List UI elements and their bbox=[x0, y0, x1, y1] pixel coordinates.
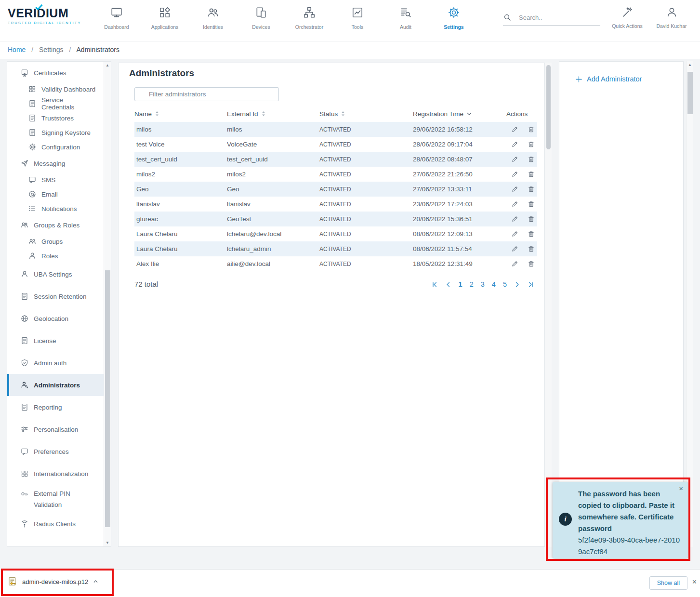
sidebar-item-radius-clients[interactable]: Radius Clients bbox=[7, 513, 104, 535]
nav-item-identities[interactable]: Identities bbox=[189, 0, 237, 41]
nav-item-devices[interactable]: Devices bbox=[237, 0, 285, 41]
sidebar-item-license[interactable]: License bbox=[7, 330, 104, 352]
sidebar-item-uba-settings[interactable]: UBA Settings bbox=[7, 263, 104, 285]
sidebar-item-geolocation[interactable]: Geolocation bbox=[7, 307, 104, 330]
breadcrumb-settings[interactable]: Settings bbox=[39, 46, 64, 53]
table-row[interactable]: Geo Geo ACTIVATED 27/06/2022 13:33:11 bbox=[134, 182, 537, 197]
sidebar-scrollbar[interactable]: ▲ ▼ bbox=[104, 62, 111, 546]
edit-icon[interactable] bbox=[511, 260, 518, 267]
page-number-5[interactable]: 5 bbox=[503, 281, 507, 288]
sidebar-item-groups[interactable]: Groups bbox=[7, 234, 104, 249]
nav-item-orchestrator[interactable]: Orchestrator bbox=[285, 0, 333, 41]
nav-item-audit[interactable]: Audit bbox=[382, 0, 430, 41]
delete-icon[interactable] bbox=[528, 186, 535, 193]
sidebar-item-signing-keystore[interactable]: Signing Keystore bbox=[7, 125, 104, 140]
quick-actions-button[interactable]: Quick Actions bbox=[605, 6, 649, 29]
sidebar-item-personalisation[interactable]: Personalisation bbox=[7, 418, 104, 440]
nav-item-settings[interactable]: Settings bbox=[430, 0, 478, 41]
delete-icon[interactable] bbox=[528, 171, 535, 178]
window-scrollbar[interactable]: ▲ bbox=[686, 61, 693, 547]
nav-item-dashboard[interactable]: Dashboard bbox=[92, 0, 141, 41]
search-icon[interactable] bbox=[503, 13, 512, 22]
scrollbar-thumb[interactable] bbox=[105, 270, 110, 527]
page-number-4[interactable]: 4 bbox=[492, 281, 496, 288]
sidebar-item-session-retention[interactable]: Session Retention bbox=[7, 285, 104, 307]
column-header-name[interactable]: Name bbox=[134, 110, 227, 118]
nav-item-applications[interactable]: Applications bbox=[141, 0, 189, 41]
filter-administrators-input[interactable] bbox=[134, 87, 279, 101]
table-row[interactable]: Laura Chelaru lchelaru_admin ACTIVATED 0… bbox=[134, 241, 537, 256]
edit-icon[interactable] bbox=[511, 171, 518, 178]
show-all-downloads-button[interactable]: Show all bbox=[649, 576, 687, 590]
veridium-logo[interactable]: VERIDIUM TRUSTED DIGITAL IDENTITY bbox=[8, 7, 81, 25]
sidebar-item-reporting[interactable]: Reporting bbox=[7, 396, 104, 418]
table-row[interactable]: milos2 milos2 ACTIVATED 27/06/2022 21:26… bbox=[134, 167, 537, 182]
page-number-3[interactable]: 3 bbox=[481, 281, 485, 288]
edit-icon[interactable] bbox=[511, 245, 518, 252]
chevron-up-icon[interactable] bbox=[93, 578, 98, 585]
next-page-icon[interactable] bbox=[514, 281, 520, 288]
sidebar-item-email[interactable]: Email bbox=[7, 187, 104, 201]
search-input[interactable] bbox=[518, 13, 595, 22]
sidebar-item-notifications[interactable]: Notifications bbox=[7, 201, 104, 216]
sidebar-item-messaging[interactable]: Messaging bbox=[7, 154, 104, 172]
scrollbar-thumb[interactable] bbox=[687, 72, 693, 114]
sidebar-item-preferences[interactable]: Preferences bbox=[7, 440, 104, 463]
table-row[interactable]: ltanislav ltanislav ACTIVATED 23/06/2022… bbox=[134, 197, 537, 212]
previous-page-icon[interactable] bbox=[445, 281, 451, 288]
table-row[interactable]: Alex Ilie ailie@dev.local ACTIVATED 18/0… bbox=[134, 256, 537, 271]
column-header-registration-time[interactable]: Registration Time bbox=[413, 110, 506, 118]
close-shelf-icon[interactable]: × bbox=[692, 578, 697, 586]
sidebar-item-groups-roles[interactable]: Groups & Roles bbox=[7, 216, 104, 234]
nav-item-tools[interactable]: Tools bbox=[333, 0, 382, 41]
delete-icon[interactable] bbox=[528, 215, 535, 223]
edit-icon[interactable] bbox=[511, 215, 518, 223]
sidebar-item-validity-dashboard[interactable]: Validity Dashboard bbox=[7, 82, 104, 96]
sidebar-item-administrators[interactable]: Administrators bbox=[7, 374, 104, 396]
scroll-up-icon[interactable]: ▲ bbox=[104, 63, 111, 67]
delete-icon[interactable] bbox=[528, 230, 535, 238]
delete-icon[interactable] bbox=[528, 141, 535, 148]
breadcrumb-home[interactable]: Home bbox=[8, 46, 26, 53]
downloaded-file-chip[interactable]: admin-device-milos.p12 bbox=[8, 577, 98, 586]
page-number-2[interactable]: 2 bbox=[470, 281, 474, 288]
close-icon[interactable]: × bbox=[679, 484, 683, 492]
delete-icon[interactable] bbox=[528, 200, 535, 208]
scroll-up-icon[interactable]: ▲ bbox=[687, 63, 693, 67]
table-row[interactable]: test_cert_uuid test_cert_uuid ACTIVATED … bbox=[134, 152, 537, 167]
add-administrator-button[interactable]: Add Administrator bbox=[575, 75, 642, 83]
table-row[interactable]: gtureac GeoTest ACTIVATED 20/06/2022 15:… bbox=[134, 212, 537, 226]
edit-icon[interactable] bbox=[511, 141, 518, 148]
scroll-down-icon[interactable]: ▼ bbox=[104, 541, 111, 545]
table-row[interactable]: test Voice VoiceGate ACTIVATED 28/06/202… bbox=[134, 137, 537, 152]
delete-icon[interactable] bbox=[528, 260, 535, 267]
sidebar-item-admin-auth[interactable]: Admin auth bbox=[7, 352, 104, 374]
sidebar-item-service-credentials[interactable]: Service Credentials bbox=[7, 96, 104, 111]
sidebar-item-roles[interactable]: Roles bbox=[7, 249, 104, 263]
edit-icon[interactable] bbox=[511, 200, 518, 208]
scrollbar-thumb[interactable] bbox=[546, 65, 551, 149]
column-header-status[interactable]: Status bbox=[319, 110, 413, 118]
user-menu-button[interactable]: David Kuchar bbox=[650, 6, 693, 29]
sidebar-item-internationalization[interactable]: Internationalization bbox=[7, 463, 104, 485]
last-page-icon[interactable] bbox=[528, 281, 534, 288]
page-number-1[interactable]: 1 bbox=[459, 281, 462, 288]
sidebar-item-external-pin-validation[interactable]: External PIN Validation bbox=[7, 485, 104, 513]
delete-icon[interactable] bbox=[528, 156, 535, 163]
edit-icon[interactable] bbox=[511, 126, 518, 133]
key-icon bbox=[21, 490, 28, 498]
edit-icon[interactable] bbox=[511, 156, 518, 163]
edit-icon[interactable] bbox=[511, 230, 518, 238]
main-scrollbar[interactable] bbox=[545, 63, 552, 547]
sidebar-item-truststores[interactable]: Truststores bbox=[7, 111, 104, 125]
delete-icon[interactable] bbox=[528, 245, 535, 252]
table-row[interactable]: milos milos ACTIVATED 29/06/2022 16:58:1… bbox=[134, 122, 537, 137]
table-row[interactable]: Laura Chelaru lchelaru@dev.local ACTIVAT… bbox=[134, 226, 537, 241]
sidebar-item-configuration[interactable]: Configuration bbox=[7, 140, 104, 154]
column-header-external-id[interactable]: External Id bbox=[227, 110, 319, 118]
delete-icon[interactable] bbox=[528, 126, 535, 133]
sidebar-item-sms[interactable]: SMS bbox=[7, 172, 104, 187]
first-page-icon[interactable] bbox=[432, 281, 438, 288]
edit-icon[interactable] bbox=[511, 186, 518, 193]
sidebar-item-certificates[interactable]: Certificates bbox=[7, 64, 104, 82]
